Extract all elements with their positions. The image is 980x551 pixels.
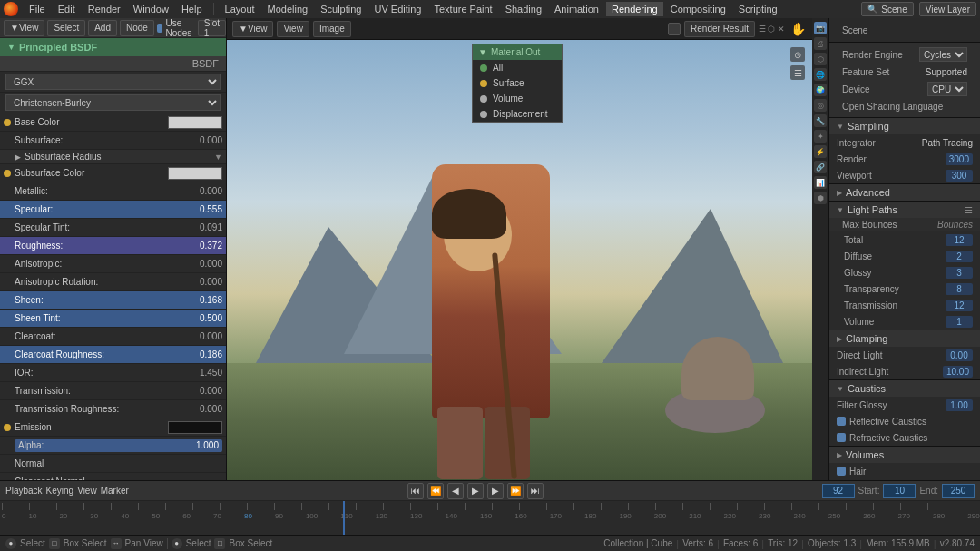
workspace-animation[interactable]: Animation xyxy=(549,2,604,16)
workspace-modeling[interactable]: Modeling xyxy=(262,2,314,16)
playback-menu[interactable]: Playback xyxy=(5,486,43,496)
next-keyframe-btn[interactable]: ⏩ xyxy=(507,483,524,499)
direct-light-value[interactable]: 0.00 xyxy=(946,349,973,361)
view-layer-icon[interactable]: ⬡ xyxy=(814,53,827,65)
use-nodes-toggle[interactable]: Use Nodes xyxy=(157,18,195,38)
marker-menu[interactable]: Marker xyxy=(101,486,129,496)
advanced-header[interactable]: ▶ Advanced xyxy=(829,184,980,201)
menu-file[interactable]: File xyxy=(24,2,51,16)
render-result-selector[interactable]: Render Result xyxy=(684,21,755,37)
world-props-icon[interactable]: 🌍 xyxy=(814,84,827,96)
transmission-lp-value[interactable]: 12 xyxy=(946,300,973,311)
menu-edit[interactable]: Edit xyxy=(53,2,81,16)
workspace-rendering[interactable]: Rendering xyxy=(606,2,663,16)
render-engine-select[interactable]: Cycles xyxy=(919,47,967,62)
vp-image-btn[interactable]: Image xyxy=(313,21,351,37)
use-nodes-checkbox[interactable] xyxy=(157,24,163,33)
transmission-label: Transmission: xyxy=(15,386,186,396)
workspace-texture-paint[interactable]: Texture Paint xyxy=(428,2,497,16)
render-props-icon[interactable]: 📷 xyxy=(814,22,827,34)
reflective-checkbox[interactable] xyxy=(837,417,846,426)
transparency-value[interactable]: 8 xyxy=(946,283,973,295)
material-icon[interactable]: ⬢ xyxy=(814,192,827,204)
subsurface-radius-row[interactable]: ▶ Subsurface Radius ▼ xyxy=(0,150,226,164)
sampling-header[interactable]: ▼ Sampling xyxy=(829,118,980,134)
total-value[interactable]: 12 xyxy=(946,234,973,246)
light-paths-header[interactable]: ▼ Light Paths ☰ xyxy=(829,202,980,218)
current-frame-input[interactable] xyxy=(822,484,855,498)
filter-glossy-value[interactable]: 1.00 xyxy=(946,399,973,411)
ruler-ticks: 0 10 20 30 40 50 60 70 80 90 100 110 120… xyxy=(0,503,980,535)
prev-keyframe-btn[interactable]: ⏪ xyxy=(427,483,444,499)
particles-icon[interactable]: ✦ xyxy=(814,130,827,143)
vp-icon-2[interactable]: ☰ xyxy=(790,65,805,80)
workspace-scripting[interactable]: Scripting xyxy=(733,2,783,16)
caustics-header[interactable]: ▼ Caustics xyxy=(829,380,980,397)
workspace-compositing[interactable]: Compositing xyxy=(665,2,731,16)
workspace-uv-editing[interactable]: UV Editing xyxy=(368,2,426,16)
skip-start-btn[interactable]: ⏮ xyxy=(407,483,424,499)
subsurface-method-select[interactable]: Christensen-Burley xyxy=(5,94,220,111)
menu-window[interactable]: Window xyxy=(128,2,174,16)
node-select-btn[interactable]: Select xyxy=(47,20,85,36)
distribution-select[interactable]: GGX xyxy=(5,74,220,90)
tick-100: 100 xyxy=(306,512,318,520)
sheen-tint-row[interactable]: Sheen Tint: 0.500 xyxy=(0,310,226,328)
scene-selector[interactable]: 🔍 Scene xyxy=(861,2,913,16)
subsurface-color-swatch[interactable] xyxy=(168,167,222,180)
diffuse-value[interactable]: 2 xyxy=(946,251,973,262)
indirect-light-value[interactable]: 10.00 xyxy=(943,366,973,378)
workspace-sculpting[interactable]: Sculpting xyxy=(315,2,367,16)
viewport-cursor[interactable]: ✋ xyxy=(789,20,807,38)
slot-btn[interactable]: Slot 1 xyxy=(198,20,226,36)
view-menu[interactable]: View xyxy=(77,486,97,496)
prev-frame-btn[interactable]: ◀ xyxy=(447,483,464,499)
constraints-icon[interactable]: 🔗 xyxy=(814,161,827,173)
view-layer-selector[interactable]: View Layer xyxy=(919,2,976,16)
anisotropic-value: 0.000 xyxy=(186,259,222,269)
object-props-icon[interactable]: ◎ xyxy=(814,99,827,112)
vp-view2-btn[interactable]: View xyxy=(277,21,309,37)
viewport-samples-value[interactable]: 300 xyxy=(946,170,973,182)
volume-lp-value[interactable]: 1 xyxy=(946,316,973,328)
output-props-icon[interactable]: 🖨 xyxy=(814,37,827,50)
alpha-progress[interactable]: Alpha: 1.000 xyxy=(15,439,222,452)
vp-view-btn[interactable]: ▼ View xyxy=(232,21,273,37)
render-samples-value[interactable]: 3000 xyxy=(946,153,973,165)
modifier-props-icon[interactable]: 🔧 xyxy=(814,114,827,127)
physics-icon[interactable]: ⚡ xyxy=(814,145,827,158)
end-frame-input[interactable] xyxy=(942,484,975,498)
clamping-header[interactable]: ▶ Clamping xyxy=(829,330,980,347)
node-add-btn[interactable]: Add xyxy=(88,20,117,36)
clearcoat-roughness-row[interactable]: Clearcoat Roughness: 0.186 xyxy=(0,346,226,364)
next-frame-btn[interactable]: ▶ xyxy=(487,483,504,499)
viewport-corner-icons[interactable]: ⊙ ☰ xyxy=(790,47,805,80)
refractive-checkbox[interactable] xyxy=(837,433,846,442)
workspace-layout[interactable]: Layout xyxy=(220,2,260,16)
light-paths-menu-icon[interactable]: ☰ xyxy=(965,205,973,215)
node-view-btn[interactable]: ▼ View xyxy=(4,20,44,36)
hair-checkbox[interactable] xyxy=(837,467,846,476)
timeline-ruler[interactable]: 0 10 20 30 40 50 60 70 80 90 100 110 120… xyxy=(0,501,980,535)
mat-volume-dot xyxy=(480,95,487,103)
menu-help[interactable]: Help xyxy=(176,2,208,16)
skip-end-btn[interactable]: ⏭ xyxy=(527,483,544,499)
base-color-swatch[interactable] xyxy=(168,116,222,129)
volumes-header[interactable]: ▶ Volumes xyxy=(829,447,980,463)
node-node-btn[interactable]: Node xyxy=(120,20,154,36)
menu-render[interactable]: Render xyxy=(83,2,126,16)
specular-row[interactable]: Specular: 0.555 xyxy=(0,201,226,219)
roughness-row[interactable]: Roughness: 0.372 xyxy=(0,237,226,255)
emission-swatch[interactable] xyxy=(168,421,222,434)
workspace-shading[interactable]: Shading xyxy=(500,2,547,16)
keying-menu[interactable]: Keying xyxy=(46,486,74,496)
glossy-value[interactable]: 3 xyxy=(946,267,973,279)
device-select[interactable]: CPU xyxy=(927,82,967,96)
sheen-row[interactable]: Sheen: 0.168 xyxy=(0,291,226,310)
start-frame-input[interactable] xyxy=(883,484,916,498)
data-icon[interactable]: 📊 xyxy=(814,176,827,189)
viewport[interactable]: ▼ View View Image Render Result ☰ ⬡ ✕ ✋ xyxy=(227,18,812,480)
vp-icon-1[interactable]: ⊙ xyxy=(790,47,805,62)
scene-props-icon[interactable]: 🌐 xyxy=(814,68,827,81)
play-btn[interactable]: ▶ xyxy=(467,483,484,499)
